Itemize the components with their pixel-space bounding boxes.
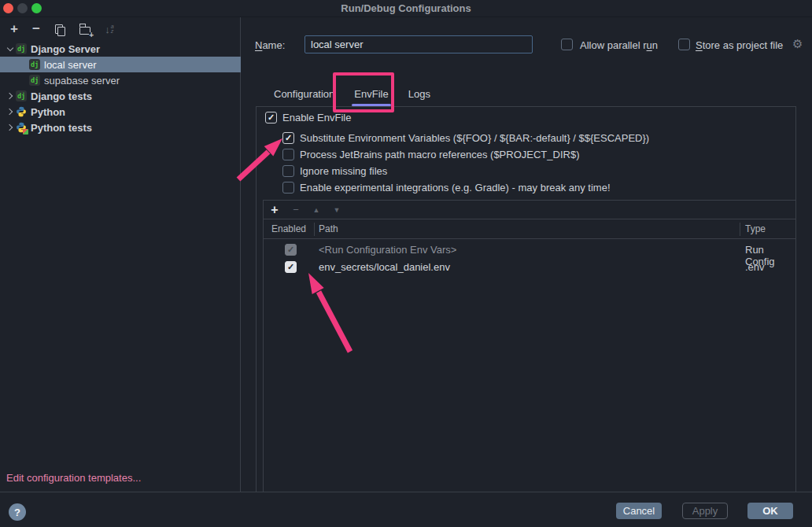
column-header-enabled[interactable]: Enabled [271, 223, 306, 234]
env-files-table: + − ▲ ▼ Enabled Path Type ✓ <Run Configu… [263, 200, 796, 492]
env-files-toolbar: + − ▲ ▼ [264, 201, 795, 219]
store-as-project-file-label: Store as project file [696, 39, 783, 51]
sidebar-toolbar: + − ↓ az [0, 17, 240, 41]
python-tests-icon [16, 122, 27, 133]
edit-configuration-templates-link[interactable]: Edit configuration templates... [6, 472, 141, 484]
tree-item-local-server[interactable]: dj local server [0, 57, 241, 72]
store-options-gear-icon[interactable]: ⚙ [792, 37, 803, 51]
tree-item-label: local server [44, 59, 96, 71]
folder-plus-icon [79, 27, 90, 35]
allow-parallel-run-label: Allow parallel run [580, 39, 658, 51]
ok-button[interactable]: OK [747, 503, 793, 519]
tab-logs[interactable]: Logs [400, 83, 438, 106]
tree-item-label: supabase server [44, 75, 120, 87]
chevron-down-icon[interactable] [5, 47, 16, 50]
ignore-missing-files-label: Ignore missing files [300, 165, 387, 177]
column-header-type[interactable]: Type [745, 223, 766, 234]
tree-item-django-tests[interactable]: dj Django tests [0, 88, 241, 104]
django-icon: dj [29, 75, 40, 86]
tree-item-python-tests[interactable]: Python tests [0, 120, 241, 135]
configurations-sidebar: + − ↓ az dj Django Server dj local serve… [0, 17, 241, 492]
move-up-icon[interactable]: ▲ [306, 206, 327, 214]
process-path-macro-checkbox[interactable]: ✓ [282, 149, 294, 160]
new-folder-icon[interactable] [72, 20, 98, 38]
tree-item-django-server[interactable]: dj Django Server [0, 41, 241, 57]
django-tests-icon: dj [16, 90, 27, 101]
configuration-tabs: Configuration EnvFile Logs [266, 83, 442, 106]
table-row-env-secrets-file[interactable]: ✓ env_secrets/local_daniel.env .env [264, 259, 795, 276]
allow-parallel-run-checkbox[interactable]: ✓ [561, 39, 573, 50]
tree-item-label: Python tests [31, 122, 92, 134]
experimental-integrations-checkbox[interactable]: ✓ [282, 182, 294, 193]
help-button[interactable]: ? [9, 503, 26, 521]
test-badge-icon [23, 129, 28, 135]
tree-item-python[interactable]: Python [0, 104, 241, 120]
remove-env-file-icon[interactable]: − [286, 204, 306, 216]
envfile-tab-panel: ✓ Enable EnvFile ✓ Substitute Environmen… [256, 106, 796, 493]
configurations-tree: dj Django Server dj local server dj supa… [0, 41, 240, 135]
enable-envfile-label: Enable EnvFile [282, 112, 351, 123]
sort-configurations-icon[interactable]: ↓ az [98, 20, 121, 38]
table-row-run-config-env-vars[interactable]: ✓ <Run Configuration Env Vars> Run Confi… [264, 241, 795, 259]
row-type: .env [745, 261, 765, 273]
add-configuration-icon[interactable]: + [3, 20, 25, 38]
tree-item-supabase-server[interactable]: dj supabase server [0, 72, 241, 88]
apply-button: Apply [682, 503, 728, 519]
tab-envfile[interactable]: EnvFile [346, 83, 396, 106]
tab-configuration[interactable]: Configuration [266, 83, 342, 106]
chevron-right-icon[interactable] [5, 109, 16, 114]
chevron-right-icon[interactable] [5, 94, 16, 98]
remove-configuration-icon[interactable]: − [25, 20, 47, 38]
tree-item-label: Python [31, 106, 65, 118]
python-icon [16, 106, 27, 117]
copy-icon [55, 24, 65, 35]
store-as-project-file-checkbox[interactable]: ✓ [678, 39, 690, 50]
tree-item-label: Django Server [31, 43, 100, 55]
title-bar: Run/Debug Configurations [0, 0, 812, 17]
django-icon: dj [16, 43, 27, 54]
substitute-env-vars-checkbox[interactable]: ✓ [282, 132, 294, 144]
enable-envfile-checkbox[interactable]: ✓ [265, 112, 277, 123]
table-header-row: Enabled Path Type [264, 220, 795, 239]
substitute-env-vars-label: Substitute Environment Variables (${FOO}… [300, 132, 649, 144]
ignore-missing-files-checkbox[interactable]: ✓ [282, 165, 294, 177]
row-enabled-checkbox-disabled: ✓ [285, 244, 297, 256]
window-title: Run/Debug Configurations [0, 2, 812, 14]
sort-letter-z: z [111, 29, 114, 34]
chevron-right-icon[interactable] [5, 125, 16, 130]
dialog-footer: ? Cancel Apply OK [0, 492, 812, 527]
tree-item-label: Django tests [31, 90, 92, 102]
move-down-icon[interactable]: ▼ [327, 206, 347, 214]
row-path: <Run Configuration Env Vars> [319, 244, 456, 256]
add-env-file-icon[interactable]: + [264, 203, 286, 217]
row-path: env_secrets/local_daniel.env [319, 261, 450, 273]
name-input[interactable] [304, 35, 533, 53]
cancel-button[interactable]: Cancel [616, 503, 662, 519]
experimental-integrations-label: Enable experimental integrations (e.g. G… [300, 182, 611, 193]
column-header-path[interactable]: Path [319, 223, 338, 234]
django-icon: dj [29, 59, 40, 70]
row-enabled-checkbox[interactable]: ✓ [285, 261, 297, 273]
name-label: Name: [255, 39, 285, 51]
sort-arrow-icon: ↓ [105, 24, 110, 35]
copy-configuration-icon[interactable] [47, 20, 72, 38]
process-path-macro-label: Process JetBrains path macro references … [300, 149, 579, 160]
